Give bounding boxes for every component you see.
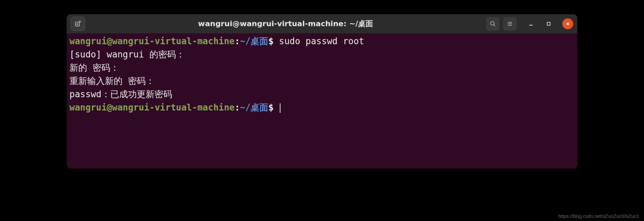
minimize-button[interactable]	[527, 20, 535, 28]
menu-button[interactable]	[503, 17, 517, 31]
new-tab-button[interactable]	[71, 17, 85, 31]
maximize-button[interactable]	[545, 20, 553, 28]
terminal-output-3: 重新输入新的 密码：	[69, 74, 575, 88]
prompt-path: ~/桌面	[240, 36, 268, 46]
titlebar-right	[486, 17, 573, 31]
minimize-icon	[528, 21, 534, 27]
maximize-icon	[546, 21, 551, 26]
command-text-2	[274, 102, 279, 113]
terminal-line-1: wangrui@wangrui-virtual-machine:~/桌面$ su…	[69, 35, 575, 48]
titlebar: wangrui@wangrui-virtual-machine: ~/桌面	[67, 14, 577, 33]
prompt-user-host: wangrui@wangrui-virtual-machine	[69, 102, 235, 113]
cursor	[280, 103, 280, 113]
close-icon	[565, 21, 570, 26]
svg-point-1	[490, 21, 494, 25]
window-title: wangrui@wangrui-virtual-machine: ~/桌面	[88, 19, 483, 29]
new-tab-icon	[75, 20, 81, 27]
watermark: https://blog.csdn.net/oZuoZuoShiZuo1	[559, 214, 639, 219]
command-text: sudo passwd root	[274, 36, 364, 46]
svg-rect-7	[547, 22, 550, 26]
prompt-symbol: $	[268, 36, 274, 46]
terminal-output-2: 新的 密码：	[69, 61, 575, 74]
terminal-output-1: [sudo] wangrui 的密码：	[69, 48, 575, 61]
svg-line-2	[494, 24, 495, 26]
search-icon	[490, 21, 496, 27]
prompt-symbol: $	[268, 102, 274, 113]
hamburger-icon	[507, 21, 513, 27]
terminal-body[interactable]: wangrui@wangrui-virtual-machine:~/桌面$ su…	[67, 33, 577, 169]
prompt-path: ~/桌面	[240, 102, 268, 113]
terminal-line-2: wangrui@wangrui-virtual-machine:~/桌面$	[69, 101, 575, 114]
prompt-user-host: wangrui@wangrui-virtual-machine	[69, 36, 235, 46]
prompt-colon: :	[235, 36, 240, 46]
terminal-output-4: passwd：已成功更新密码	[69, 88, 575, 101]
search-button[interactable]	[486, 17, 500, 31]
terminal-window: wangrui@wangrui-virtual-machine: ~/桌面	[67, 14, 577, 169]
close-button[interactable]	[562, 18, 573, 29]
prompt-colon: :	[235, 102, 240, 113]
window-controls	[527, 18, 573, 29]
